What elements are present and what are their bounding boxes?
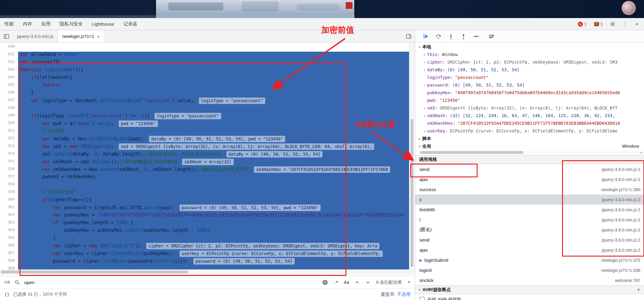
devtools-tab[interactable]: 记录器 — [119, 18, 142, 30]
more-options-icon[interactable]: ⋮ — [622, 21, 628, 27]
call-stack-row[interactable]: onclickwelcome:787 — [415, 275, 644, 285]
scope-variable[interactable]: ▸cipher:SM2Cipher {ct: 2, p2: ECPointFp,… — [415, 58, 644, 66]
error-count-badge[interactable]: × 1 — [578, 22, 587, 27]
call-stack-row[interactable]: (匿名)jquery-3.6.0.min.js:2 — [415, 225, 644, 235]
scrollbar-thumb[interactable] — [420, 151, 523, 154]
scope-variable[interactable]: ▸userKey:ECPointFp {curve: ECCurveFp, x:… — [415, 127, 644, 135]
line-number[interactable]: 363 — [0, 220, 18, 228]
scope-variable[interactable]: ▸this:Window — [415, 51, 644, 58]
line-number[interactable]: 344 — [0, 75, 18, 82]
next-match-icon[interactable] — [365, 280, 370, 285]
line-number[interactable]: 353 — [0, 143, 18, 151]
code-line[interactable]: var pwd = $("#pwd").val();pwd = "123456" — [18, 120, 409, 128]
line-number[interactable]: 358 — [0, 182, 18, 189]
coverage-value-link[interactable]: 不适用 — [397, 291, 411, 297]
line-number[interactable]: 361 — [0, 205, 18, 212]
line-number[interactable]: 341 — [0, 52, 18, 59]
call-stack-row[interactable]: sendjquery-3.6.0.min.js:2 — [415, 235, 644, 245]
devtools-tab[interactable]: 内存 — [18, 18, 37, 30]
code-line[interactable]: password = cipher.str2Bytes(password.toS… — [18, 258, 409, 266]
xhr-any-checkbox[interactable] — [419, 297, 425, 300]
scope-variable[interactable]: pubkeyHex:"0487997a974768450f7e0d75db6a8… — [415, 89, 644, 97]
line-number[interactable]: 360 — [0, 197, 18, 205]
previous-match-icon[interactable] — [355, 280, 360, 285]
line-number[interactable]: 348 — [0, 105, 18, 113]
xhr-breakpoints-header[interactable]: ▾ XHR/提取断点 + — [415, 285, 644, 294]
avatar[interactable] — [622, 1, 636, 15]
deactivate-breakpoints-button[interactable] — [488, 32, 496, 40]
match-case-toggle-icon[interactable]: Aa — [344, 280, 349, 285]
code-line[interactable]: var pubkeyHex = "0487997a974768450f7e0d7… — [18, 212, 409, 220]
code-editor[interactable]: 3403413423433443453463473483493503513523… — [0, 43, 409, 275]
settings-gear-icon[interactable]: ⚙ — [610, 21, 615, 27]
code-line[interactable]: pwdsm3 = sm3HashHex; — [18, 174, 409, 182]
call-stack-row[interactable]: sendjquery-3.6.0.min.js:2 — [415, 164, 644, 174]
search-input[interactable]: open — [24, 280, 34, 285]
line-number[interactable]: 352 — [0, 136, 18, 143]
editor-vertical-scrollbar[interactable] — [409, 43, 415, 275]
scope-variable[interactable]: ▸sm3:SM3Digestt {ivByte: Array(32), iv: … — [415, 104, 644, 112]
call-stack-row[interactable]: cjquery-3.6.0.min.js:2 — [415, 194, 644, 205]
code-line[interactable]: return; — [18, 82, 409, 90]
code-line[interactable]: } — [18, 235, 409, 243]
issue-count-badge[interactable]: ! 1 — [594, 22, 603, 27]
code-line[interactable]: //开启SM2加密 — [18, 189, 409, 197]
line-number[interactable]: 368 — [0, 258, 18, 266]
call-stack-row[interactable]: successnewlogin.js?1=1:390 — [415, 184, 644, 194]
scope-variable[interactable]: sm3HashHex:"207CF410532F92A47DEE245CE9B1… — [415, 120, 644, 127]
code-line[interactable]: var sm3 = new SM3Digest();sm3 = SM3Diges… — [18, 143, 409, 151]
pretty-print-icon[interactable]: {} — [4, 292, 9, 297]
code-line[interactable]: if(loginType.indexOf("passaccount") != -… — [18, 113, 409, 120]
code-line[interactable]: sm3.update(dataBy, 0, dataBy.length);//数… — [18, 151, 409, 159]
line-number[interactable]: 354 — [0, 151, 18, 159]
call-stack-row[interactable]: ▶loginSubmitnewlogin.js?1=1:375 — [415, 255, 644, 265]
line-number[interactable]: 349 — [0, 113, 18, 120]
step-over-button[interactable] — [434, 32, 442, 40]
code-line[interactable]: var dataBy = Hex.utf8StrToBytes(pwd);dat… — [18, 136, 409, 143]
call-stack-row[interactable]: login0newlogin.js?1=1:338 — [415, 265, 644, 275]
close-devtools-icon[interactable]: × — [635, 21, 638, 27]
regex-toggle-icon[interactable]: .* — [333, 280, 338, 285]
scroll-right-arrow-icon[interactable]: ▸ — [641, 150, 642, 154]
toggle-debugger-sidebar-button[interactable] — [406, 30, 412, 43]
line-number[interactable]: 366 — [0, 243, 18, 250]
step-out-button[interactable] — [460, 32, 467, 40]
call-stack-row[interactable]: ljquery-3.6.0.min.js:2 — [415, 215, 644, 225]
file-tab[interactable]: jquery-3.6.0.min.js — [13, 30, 58, 43]
line-number[interactable]: 350 — [0, 120, 18, 128]
scope-section[interactable]: ▾本地 — [415, 43, 644, 51]
file-tab[interactable]: newlogin.js?1=1× — [58, 30, 104, 43]
line-number[interactable]: 345 — [0, 82, 18, 90]
line-number[interactable]: 351 — [0, 128, 18, 136]
code-line[interactable]: var sm3Hash = sm3.doFinal();//得到的数据是个byt… — [18, 159, 409, 166]
step-button[interactable] — [472, 32, 480, 40]
toggle-navigator-button[interactable] — [0, 30, 13, 43]
line-number[interactable]: 340 — [0, 44, 18, 52]
devtools-tab[interactable]: 性能 — [0, 18, 18, 30]
code-line[interactable]: var password = CryptoJS.enc.Utf8.parse(p… — [18, 205, 409, 212]
xhr-breakpoint-item[interactable]: 任何 XHR 或提取 — [415, 295, 644, 300]
line-number[interactable]: 343 — [0, 67, 18, 75]
devtools-tab[interactable]: 隐私与安全 — [55, 18, 87, 30]
call-stack-header[interactable]: 调用堆栈 — [415, 155, 644, 164]
call-stack-row[interactable]: ajaxjquery-3.6.0.min.js:2 — [415, 174, 644, 184]
scrollbar-thumb[interactable] — [411, 119, 413, 267]
code-line[interactable]: } — [18, 90, 409, 98]
code-line[interactable]: var allowSend = true; — [18, 52, 409, 59]
scope-variable[interactable]: ▸dataBy:(6) [49, 50, 51, 52, 53, 54] — [415, 66, 644, 74]
ab-icon[interactable]: AB — [4, 280, 10, 284]
devtools-tab[interactable]: Lighthouse — [87, 18, 119, 30]
code-line[interactable] — [18, 182, 409, 189]
line-number[interactable]: 342 — [0, 59, 18, 67]
scope-section[interactable]: ▸脚本 — [415, 135, 644, 143]
line-number[interactable]: 367 — [0, 250, 18, 258]
close-search-icon[interactable]: × — [408, 279, 411, 285]
line-number[interactable]: 356 — [0, 166, 18, 174]
line-number[interactable]: 355 — [0, 159, 18, 166]
call-stack-row[interactable]: fireWithjquery-3.6.0.min.js:2 — [415, 205, 644, 215]
scope-variable[interactable]: loginType:"passaccount" — [415, 74, 644, 81]
code-line[interactable] — [18, 105, 409, 113]
code-line[interactable]: var userKey = cipher.CreatePoint(pubkeyH… — [18, 250, 409, 258]
add-xhr-breakpoint-button[interactable]: + — [637, 287, 640, 293]
code-line[interactable]: var intervalID; — [18, 59, 409, 67]
